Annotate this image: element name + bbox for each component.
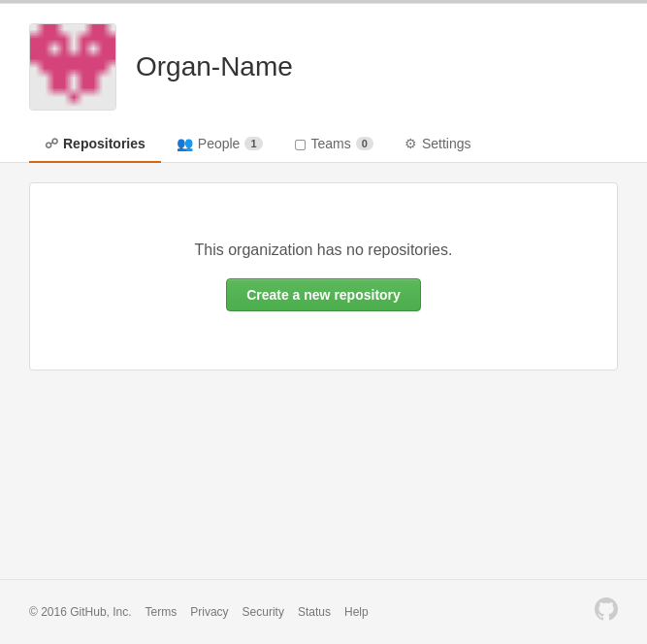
tab-teams[interactable]: ▢ Teams 0 bbox=[278, 126, 389, 163]
nav-tabs: ☍ Repositories 👥 People 1 ▢ Teams 0 ⚙ Se… bbox=[29, 126, 618, 162]
tab-people[interactable]: 👥 People 1 bbox=[161, 126, 278, 163]
repo-icon: ☍ bbox=[45, 136, 58, 151]
org-name: Organ-Name bbox=[136, 51, 293, 82]
footer: © 2016 GitHub, Inc. Terms Privacy Securi… bbox=[0, 579, 647, 644]
github-logo-icon bbox=[595, 597, 618, 621]
org-nav: ☍ Repositories 👥 People 1 ▢ Teams 0 ⚙ Se… bbox=[29, 126, 618, 162]
people-icon: 👥 bbox=[177, 136, 193, 151]
tab-teams-label: Teams bbox=[311, 136, 351, 151]
footer-link-help[interactable]: Help bbox=[344, 605, 369, 619]
teams-icon: ▢ bbox=[294, 136, 307, 151]
tab-people-label: People bbox=[198, 136, 241, 151]
tab-settings-label: Settings bbox=[422, 136, 471, 151]
footer-link-security[interactable]: Security bbox=[243, 605, 284, 619]
footer-left: © 2016 GitHub, Inc. Terms Privacy Securi… bbox=[29, 605, 369, 619]
footer-link-status[interactable]: Status bbox=[298, 605, 331, 619]
settings-icon: ⚙ bbox=[404, 136, 417, 151]
copyright-text: © 2016 GitHub, Inc. bbox=[29, 605, 132, 619]
create-repo-button[interactable]: Create a new repository bbox=[226, 278, 421, 311]
tab-settings[interactable]: ⚙ Settings bbox=[389, 126, 487, 163]
footer-link-terms[interactable]: Terms bbox=[146, 605, 178, 619]
footer-logo bbox=[595, 597, 618, 627]
repo-panel: This organization has no repositories. C… bbox=[29, 182, 618, 370]
people-badge: 1 bbox=[244, 137, 262, 150]
footer-link-privacy[interactable]: Privacy bbox=[190, 605, 228, 619]
org-avatar bbox=[29, 23, 116, 111]
main-content: This organization has no repositories. C… bbox=[0, 163, 647, 531]
tab-repositories[interactable]: ☍ Repositories bbox=[29, 126, 161, 163]
tab-repositories-label: Repositories bbox=[63, 136, 146, 151]
header: Organ-Name ☍ Repositories 👥 People 1 ▢ T… bbox=[0, 4, 647, 163]
teams-badge: 0 bbox=[356, 137, 373, 150]
org-info: Organ-Name bbox=[29, 23, 618, 111]
empty-message: This organization has no repositories. bbox=[49, 242, 598, 259]
